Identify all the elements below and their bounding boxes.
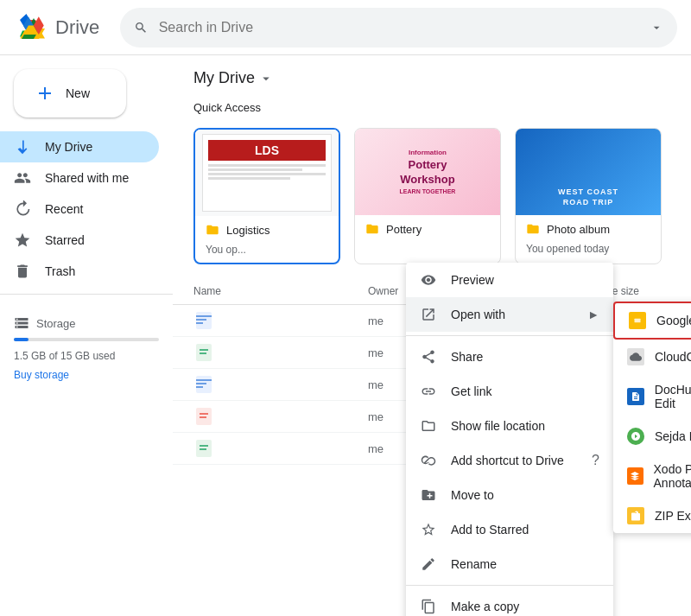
- context-menu-add-starred[interactable]: Add to Starred: [406, 512, 613, 547]
- context-menu-get-link[interactable]: Get link: [406, 374, 613, 409]
- card-info-pottery: Pottery: [355, 215, 500, 243]
- submenu-dochub[interactable]: DocHub - PDF Sign and Edit: [613, 374, 691, 419]
- file-icon-5: [193, 438, 214, 459]
- submenu-cloudconvert[interactable]: CloudConvert: [613, 340, 691, 374]
- file-icon-4: [193, 406, 214, 427]
- my-drive-title[interactable]: My Drive: [193, 69, 274, 87]
- search-icon: [134, 20, 148, 35]
- rename-icon: [420, 556, 437, 573]
- sidebar-item-shared-label: Shared with me: [45, 171, 129, 185]
- drive-logo-icon: [14, 10, 48, 45]
- quick-access-grid: LDS Logistics You op..: [173, 121, 691, 278]
- context-menu-open-with[interactable]: Open with ►: [406, 297, 613, 332]
- submenu-zip[interactable]: ZIP Extractor: [613, 499, 691, 533]
- google-slides-icon: [629, 312, 646, 329]
- zip-icon: [627, 507, 644, 524]
- folder-icon-photo: [526, 222, 540, 236]
- search-input[interactable]: [159, 20, 639, 35]
- link-icon: [420, 383, 437, 400]
- search-bar[interactable]: [120, 8, 677, 48]
- context-open-with-label: Open with: [451, 308, 505, 321]
- move-icon: [420, 486, 437, 504]
- sidebar-item-starred[interactable]: Starred: [0, 225, 159, 256]
- submenu: Google Slides CloudConvert DocHub - PDF …: [613, 302, 691, 533]
- context-starred-label: Add to Starred: [451, 523, 529, 537]
- context-menu-rename[interactable]: Rename: [406, 547, 613, 581]
- menu-divider-2: [406, 585, 613, 586]
- submenu-sejda-label: Sejda PDF: [655, 429, 691, 443]
- submenu-xodo[interactable]: Xodo PDF Reader & Annotator: [613, 454, 691, 499]
- my-drive-dropdown-icon: [258, 71, 274, 86]
- storage-bar-fill: [14, 338, 29, 341]
- card-thumb-pottery: Information Pottery Workshop LEARN TOGET…: [355, 129, 500, 215]
- sidebar-item-trash[interactable]: Trash: [0, 256, 159, 287]
- dochub-icon: [627, 388, 644, 405]
- location-icon: [420, 417, 437, 435]
- storage-bar: [14, 338, 159, 341]
- context-share-label: Share: [451, 350, 483, 364]
- context-menu-preview[interactable]: Preview: [406, 263, 613, 297]
- star-icon: [420, 521, 437, 538]
- context-preview-label: Preview: [451, 273, 494, 287]
- submenu-slides-label: Google Slides: [656, 314, 691, 327]
- quick-access-label: Quick Access: [173, 94, 691, 121]
- sidebar-item-shared[interactable]: Shared with me: [0, 162, 159, 194]
- new-plus-icon: [35, 83, 55, 104]
- submenu-cloudconvert-label: CloudConvert: [655, 350, 691, 364]
- storage-used-text: 1.5 GB of 15 GB used: [14, 350, 115, 362]
- svg-rect-9: [635, 319, 641, 323]
- xodo-icon: [627, 467, 643, 485]
- submenu-sejda[interactable]: Sejda PDF: [613, 419, 691, 454]
- recent-icon: [14, 200, 31, 218]
- buy-storage-link[interactable]: Buy storage: [14, 369, 159, 381]
- sidebar-item-recent-label: Recent: [45, 202, 83, 216]
- file-icon-1: [193, 310, 214, 331]
- menu-divider-1: [406, 335, 613, 336]
- submenu-zip-label: ZIP Extractor: [655, 509, 691, 523]
- col-header-name: Name: [193, 285, 368, 297]
- folder-icon-pottery: [365, 222, 379, 236]
- shortcut-icon: [420, 452, 437, 469]
- context-menu-show-location[interactable]: Show file location: [406, 409, 613, 443]
- card-name-photo: Photo album: [547, 223, 610, 236]
- main-header: My Drive: [173, 55, 691, 94]
- sidebar-item-trash-label: Trash: [45, 264, 75, 278]
- context-menu-share[interactable]: Share: [406, 340, 613, 374]
- starred-icon: [14, 232, 31, 249]
- card-info-logistics: Logistics: [195, 216, 339, 244]
- copy-icon: [420, 598, 437, 615]
- quick-access-card-photo[interactable]: WEST COASTROAD TRIP Photo album You open…: [515, 128, 662, 264]
- context-menu-add-shortcut[interactable]: Add shortcut to Drive ?: [406, 443, 613, 478]
- context-rename-label: Rename: [451, 557, 497, 571]
- context-get-link-label: Get link: [451, 384, 491, 398]
- folder-icon-logistics: [206, 223, 219, 237]
- logo: Drive: [14, 10, 99, 45]
- context-menu-move-to[interactable]: Move to: [406, 478, 613, 512]
- context-menu: Preview Open with ► Share Ge: [406, 263, 613, 616]
- submenu-google-slides[interactable]: Google Slides: [613, 302, 691, 340]
- search-dropdown-icon[interactable]: [650, 20, 663, 35]
- submenu-dochub-label: DocHub - PDF Sign and Edit: [655, 383, 691, 410]
- my-drive-title-text: My Drive: [193, 69, 255, 87]
- storage-label: Storage: [36, 317, 76, 330]
- sidebar-item-starred-label: Starred: [45, 233, 85, 247]
- card-name-pottery: Pottery: [386, 223, 422, 236]
- cloudconvert-icon: [627, 348, 644, 365]
- layout: New My Drive Shared with me Recent: [0, 55, 691, 616]
- new-button[interactable]: New: [14, 69, 126, 117]
- share-icon: [420, 348, 437, 365]
- sidebar-item-my-drive[interactable]: My Drive: [0, 131, 159, 162]
- context-move-to-label: Move to: [451, 488, 494, 502]
- header: Drive: [0, 0, 691, 55]
- trash-icon: [14, 263, 31, 280]
- context-menu-make-copy[interactable]: Make a copy: [406, 589, 613, 616]
- preview-icon: [420, 271, 437, 289]
- context-show-location-label: Show file location: [451, 419, 545, 433]
- storage-icon: [14, 315, 29, 331]
- sidebar-item-recent[interactable]: Recent: [0, 194, 159, 225]
- quick-access-card-logistics[interactable]: LDS Logistics You op..: [193, 128, 340, 264]
- context-make-copy-label: Make a copy: [451, 600, 519, 613]
- quick-access-card-pottery[interactable]: Information Pottery Workshop LEARN TOGET…: [354, 128, 501, 264]
- card-sub-photo: You opened today: [516, 243, 661, 262]
- shared-icon: [14, 169, 31, 187]
